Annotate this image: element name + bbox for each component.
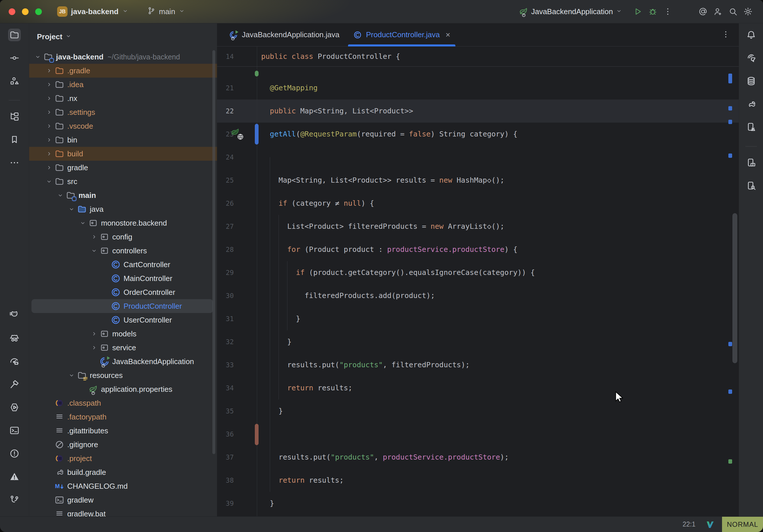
close-button[interactable] [9, 8, 15, 15]
gear-icon[interactable] [740, 4, 755, 19]
tool-button-device-explorer[interactable] [745, 179, 758, 192]
branch-widget[interactable]: main [147, 6, 185, 17]
tree-item--nx[interactable]: .nx [29, 91, 217, 105]
tree-item--gitignore[interactable]: .gitignore [29, 438, 217, 452]
tree-item--vscode[interactable]: .vscode [29, 119, 217, 133]
tool-button-terminal[interactable] [8, 424, 21, 437]
tree-item-java-backend[interactable]: java-backend~/Github/java-backend [29, 50, 217, 64]
tree-item--gradle[interactable]: .gradle [29, 64, 217, 78]
chevron-right-icon[interactable] [43, 109, 54, 115]
tree-item-ordercontroller[interactable]: OrderController [29, 285, 217, 299]
tree-item-application-properties[interactable]: application.properties [29, 382, 217, 396]
chevron-down-icon[interactable] [77, 220, 88, 226]
tool-button-bookmarks[interactable] [8, 133, 21, 146]
code-line-23[interactable]: getAll(@RequestParam(required = false) S… [261, 123, 517, 146]
tool-button-structure[interactable] [8, 75, 21, 87]
code-editor[interactable]: 21 @GetMapping22 public Map<String, List… [217, 47, 739, 516]
editor-scrollbar[interactable] [732, 213, 737, 363]
tree-item-gradlew[interactable]: gradlew [29, 493, 217, 507]
chevron-right-icon[interactable] [88, 345, 100, 351]
editor-more-icon[interactable] [721, 30, 730, 40]
chevron-right-icon[interactable] [43, 164, 54, 171]
run-configuration-widget[interactable]: JavaBackendApplication [518, 7, 622, 16]
tool-button-warnings[interactable] [8, 470, 21, 483]
chevron-right-icon[interactable] [43, 95, 54, 102]
tool-button-more[interactable] [8, 157, 21, 169]
run-button[interactable] [630, 4, 645, 19]
code-line-34[interactable]: return results; [261, 376, 352, 399]
minimize-button[interactable] [22, 8, 29, 15]
chevron-down-icon[interactable] [88, 248, 100, 254]
tree-item-controllers[interactable]: controllers [29, 244, 217, 258]
tree-item-src[interactable]: src [29, 174, 217, 188]
chevron-right-icon[interactable] [43, 151, 54, 157]
tool-button-copilot-cat[interactable] [8, 309, 21, 321]
chevron-right-icon[interactable] [88, 234, 100, 240]
code-line-25[interactable]: Map<String, List<Product>> results = new… [261, 169, 504, 192]
add-user-icon[interactable] [710, 4, 725, 19]
more-actions-button[interactable] [660, 4, 675, 19]
ideavim-icon[interactable] [706, 520, 714, 529]
vim-mode-badge[interactable]: NORMAL [722, 517, 763, 532]
tool-button-database[interactable] [745, 75, 758, 87]
chevron-right-icon[interactable] [88, 331, 100, 337]
endpoint-globe-icon[interactable] [232, 128, 244, 140]
tree-item--settings[interactable]: .settings [29, 105, 217, 119]
caret-position[interactable]: 22:1 [683, 520, 696, 528]
code-line-14[interactable]: public class ProductController { [261, 47, 400, 67]
chevron-right-icon[interactable] [43, 67, 54, 74]
tree-scrollbar[interactable] [212, 50, 215, 454]
tree-item-resources[interactable]: resources [29, 369, 217, 382]
tool-button-incognito[interactable] [8, 332, 21, 345]
code-line-22[interactable]: public Map<String, List<Product>> [261, 100, 413, 123]
tree-item-monostore-backend[interactable]: monostore.backend [29, 216, 217, 230]
code-line-28[interactable]: for (Product product : productService.pr… [261, 238, 517, 261]
chevron-down-icon[interactable] [54, 192, 66, 198]
chevron-down-icon[interactable] [32, 53, 43, 60]
code-line-31[interactable]: } [261, 307, 300, 330]
search-icon[interactable] [725, 4, 740, 19]
zoom-button[interactable] [35, 8, 42, 15]
tab-javabackendapplication-java[interactable]: JavaBackendApplication.java [222, 23, 346, 46]
tree-item--gitattributes[interactable]: .gitattributes [29, 424, 217, 438]
tree-item-cartcontroller[interactable]: CartController [29, 258, 217, 271]
code-line-33[interactable]: results.put("products", filteredProducts… [261, 354, 470, 376]
tool-button-profiler[interactable] [8, 355, 21, 368]
chevron-down-icon[interactable] [43, 178, 54, 185]
code-line-21[interactable]: @GetMapping [261, 76, 318, 100]
chevron-down-icon[interactable] [65, 32, 71, 41]
chevron-right-icon[interactable] [43, 137, 54, 143]
tree-item--factorypath[interactable]: .factorypath [29, 410, 217, 424]
tool-button-git-branch[interactable] [8, 493, 21, 506]
code-line-26[interactable]: if (category ≠ null) { [261, 192, 374, 215]
tree-item-models[interactable]: models [29, 327, 217, 341]
chevron-right-icon[interactable] [43, 123, 54, 129]
chevron-right-icon[interactable] [43, 81, 54, 88]
tool-button-gradle[interactable] [745, 98, 758, 111]
tree-item-config[interactable]: config [29, 230, 217, 244]
tool-button-commit[interactable] [8, 52, 21, 64]
tool-button-build-hammer[interactable] [8, 378, 21, 391]
code-line-27[interactable]: List<Product> filteredProducts = new Arr… [261, 215, 504, 238]
tree-item-productcontroller[interactable]: ProductController [29, 299, 217, 313]
code-line-38[interactable]: return results; [261, 469, 344, 492]
tree-item-maincontroller[interactable]: MainController [29, 271, 217, 285]
project-widget[interactable]: JB java-backend [57, 6, 128, 17]
tree-item-javabackendapplication[interactable]: JavaBackendApplication [29, 355, 217, 369]
tree-item-main[interactable]: main [29, 188, 217, 202]
tool-button-project-folder[interactable] [8, 29, 21, 41]
tree-item--project[interactable]: .project [29, 452, 217, 465]
debug-button[interactable] [645, 4, 660, 19]
ai-at-icon[interactable] [696, 4, 710, 19]
tool-button-running-devices[interactable] [745, 121, 758, 134]
tree-item--idea[interactable]: .idea [29, 78, 217, 91]
tool-button-notifications-bell[interactable] [745, 29, 758, 41]
tree-item-build[interactable]: build [29, 147, 217, 161]
close-icon[interactable]: × [446, 30, 450, 40]
tree-item-usercontroller[interactable]: UserController [29, 313, 217, 327]
tool-button-device-mirror[interactable] [745, 157, 758, 169]
code-line-29[interactable]: if (product.getCategory().equalsIgnoreCa… [261, 261, 535, 284]
tree-item-gradlew-bat[interactable]: gradlew.bat [29, 507, 217, 516]
code-line-32[interactable]: } [261, 330, 291, 354]
tool-button-problems[interactable] [8, 447, 21, 460]
